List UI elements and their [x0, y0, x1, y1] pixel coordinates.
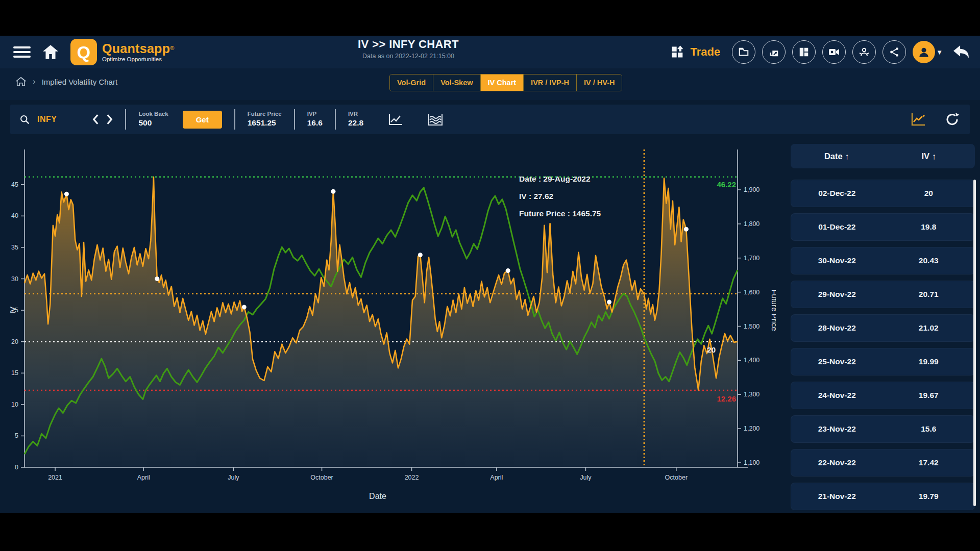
left-axis-tick-label: 45: [11, 181, 18, 188]
app-window: Q Quantsapp® Optimize Opportunities IV >…: [0, 36, 980, 513]
profile-menu[interactable]: ▼: [913, 41, 943, 63]
row-iv: 20.71: [883, 290, 975, 299]
row-iv: 15.6: [883, 424, 975, 434]
left-axis-tick-label: 20: [11, 338, 18, 345]
table-scrollbar[interactable]: [973, 180, 976, 506]
row-date: 22-Nov-22: [791, 458, 883, 467]
column-header-iv[interactable]: IV ↑: [883, 152, 975, 161]
breadcrumb-home-icon[interactable]: [15, 77, 27, 87]
share-button[interactable]: [883, 40, 906, 64]
table-row[interactable]: 02-Dec-22 20: [791, 180, 975, 207]
chart-toolbar: INFY Look Back 500 Get Future Price 1651…: [10, 105, 970, 134]
table-row[interactable]: 28-Nov-22 21.02: [791, 314, 975, 342]
symbol-input[interactable]: INFY: [37, 115, 57, 124]
people-group-icon: [858, 46, 870, 58]
iv-marker-dot: [64, 192, 69, 196]
home-icon[interactable]: [42, 44, 59, 60]
ivr-value: 22.8: [348, 118, 363, 128]
data-timestamp: Data as on 2022-12-02 21:15:00: [225, 53, 592, 60]
expand-button[interactable]: [762, 40, 786, 64]
back-arrow-icon[interactable]: [952, 44, 971, 60]
ivp-value: 16.6: [307, 118, 323, 128]
tab-iv-hv-h[interactable]: IV / HV-H: [577, 74, 622, 91]
tab-vol-grid[interactable]: Vol-Grid: [390, 74, 433, 91]
avatar: [913, 41, 935, 63]
last-iv-label: 20: [707, 345, 716, 354]
community-button[interactable]: [852, 40, 876, 64]
lookback-field[interactable]: Look Back 500: [138, 111, 168, 128]
row-date: 01-Dec-22: [791, 222, 883, 232]
column-header-date[interactable]: Date ↑: [791, 152, 883, 161]
window-icon: [738, 46, 749, 58]
x-axis-tick-label: July: [580, 474, 592, 481]
row-date: 28-Nov-22: [791, 323, 883, 333]
area-chart-toggle[interactable]: [428, 113, 443, 126]
x-axis-tick-label: April: [490, 474, 503, 481]
ivp-stat: IVP 16.6: [307, 111, 323, 128]
right-axis-title: Future Price: [770, 289, 776, 331]
brand-tagline: Optimize Opportunities: [102, 56, 174, 62]
video-camera-icon: [828, 46, 840, 58]
hamburger-menu-icon[interactable]: [13, 46, 31, 58]
next-symbol-button[interactable]: [106, 114, 113, 124]
share-icon: [889, 46, 900, 58]
expand-icon: [768, 46, 779, 58]
chart-tabs: Vol-GridVol-SkewIV ChartIVR / IVP-HIV / …: [389, 74, 622, 91]
table-row[interactable]: 23-Nov-22 15.6: [791, 415, 975, 443]
line-chart-toggle[interactable]: [388, 113, 403, 126]
ivr-stat: IVR 22.8: [348, 111, 363, 128]
tab-ivr-ivp-h[interactable]: IVR / IVP-H: [524, 74, 577, 91]
iv-marker-dot: [331, 189, 335, 194]
screen: Q Quantsapp® Optimize Opportunities IV >…: [0, 0, 980, 551]
left-axis-tick-label: 15: [11, 369, 18, 377]
table-row[interactable]: 21-Nov-22 19.79: [791, 483, 975, 510]
trend-chart-button[interactable]: [911, 112, 926, 127]
tab-iv-chart[interactable]: IV Chart: [481, 74, 524, 91]
row-date: 29-Nov-22: [791, 290, 883, 299]
sort-asc-icon: ↑: [932, 152, 936, 161]
dashboard-button[interactable]: [792, 40, 816, 64]
tooltip-future-price: Future Price : 1465.75: [519, 209, 601, 218]
breadcrumb-row: › Implied Volatility Chart Vol-GridVol-S…: [0, 68, 980, 100]
table-row[interactable]: 22-Nov-22 17.42: [791, 449, 975, 477]
tab-vol-skew[interactable]: Vol-Skew: [433, 74, 480, 91]
prev-symbol-button[interactable]: [92, 114, 99, 124]
x-axis-title: Date: [369, 492, 386, 500]
lookback-value[interactable]: 500: [138, 118, 168, 128]
table-row[interactable]: 29-Nov-22 20.71: [791, 281, 975, 308]
future-price-stat: Future Price 1651.25: [248, 111, 282, 128]
x-axis-tick-label: 2022: [405, 474, 419, 481]
row-iv: 19.99: [883, 357, 975, 366]
trade-grid-icon: [671, 45, 685, 59]
top-header: Q Quantsapp® Optimize Opportunities IV >…: [0, 36, 980, 68]
iv-marker-dot: [506, 268, 510, 273]
future-price-label: Future Price: [248, 111, 282, 118]
row-date: 23-Nov-22: [791, 424, 883, 434]
x-axis-tick-label: October: [310, 474, 333, 481]
ivp-label: IVP: [307, 111, 323, 118]
window-button[interactable]: [732, 40, 755, 64]
get-button[interactable]: Get: [183, 111, 222, 129]
video-button[interactable]: [822, 40, 846, 64]
row-date: 02-Dec-22: [791, 189, 883, 198]
table-row[interactable]: 25-Nov-22 19.99: [791, 348, 975, 375]
right-axis-tick-label: 1,400: [744, 357, 760, 364]
table-row[interactable]: 24-Nov-22 19.67: [791, 382, 975, 409]
refresh-icon[interactable]: [945, 112, 960, 127]
trade-button[interactable]: Trade: [671, 45, 720, 59]
max-iv-label: 46.22: [717, 180, 736, 189]
left-axis-tick-label: 30: [11, 276, 18, 283]
row-iv: 20: [883, 189, 975, 198]
table-row[interactable]: 01-Dec-22 19.8: [791, 213, 975, 241]
row-iv: 19.79: [883, 492, 975, 501]
row-date: 24-Nov-22: [791, 391, 883, 400]
iv-chart-area[interactable]: 0510152025303540451,1001,2001,3001,4001,…: [10, 142, 776, 514]
iv-marker-dot: [155, 277, 159, 281]
row-date: 21-Nov-22: [791, 492, 883, 501]
row-iv: 17.42: [883, 458, 975, 467]
table-row[interactable]: 30-Nov-22 20.43: [791, 247, 975, 274]
brand-logo[interactable]: Q Quantsapp® Optimize Opportunities: [70, 39, 174, 65]
iv-marker-dot: [418, 253, 423, 257]
search-icon[interactable]: [19, 114, 30, 125]
left-axis-tick-label: 5: [15, 432, 18, 439]
